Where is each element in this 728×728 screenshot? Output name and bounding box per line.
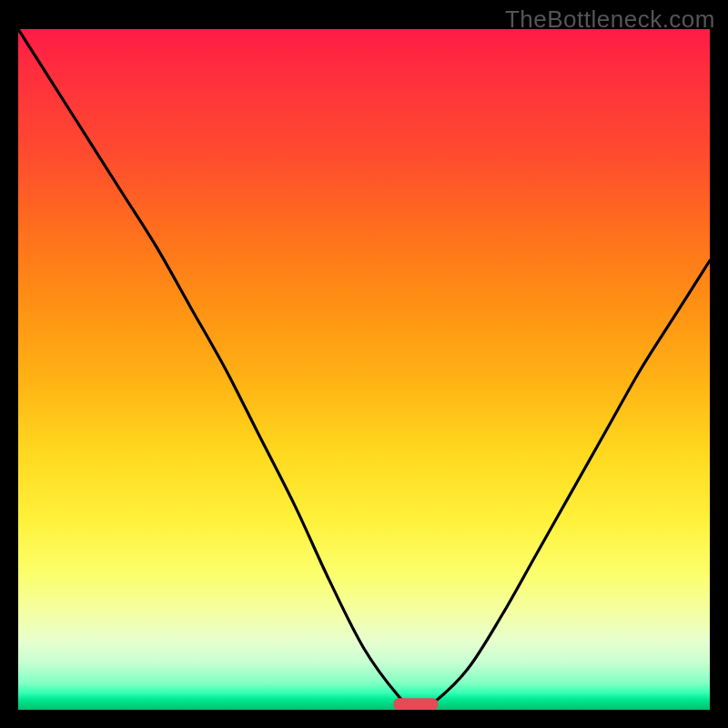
plot-area — [18, 29, 710, 710]
plot-svg — [18, 29, 710, 710]
chart-frame: TheBottleneck.com — [0, 0, 728, 728]
watermark-text: TheBottleneck.com — [505, 5, 715, 34]
bottleneck-curve — [18, 29, 710, 710]
optimal-marker — [393, 698, 438, 710]
